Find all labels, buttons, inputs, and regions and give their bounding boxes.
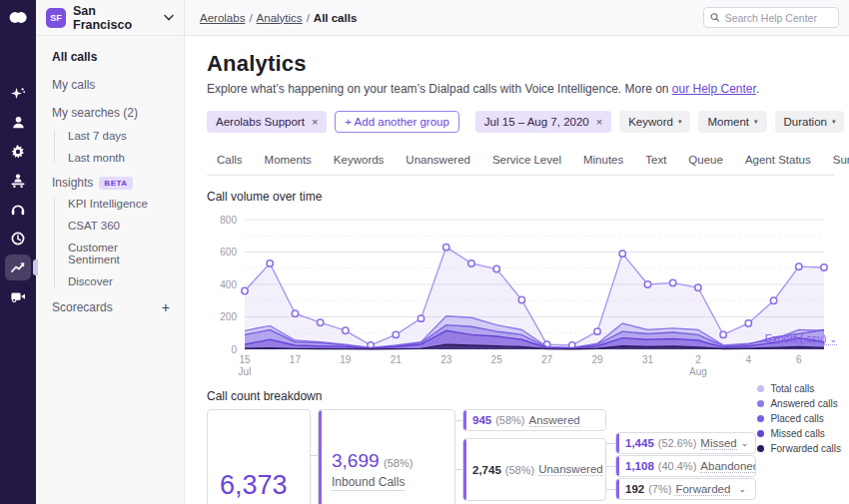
page-subtitle: Explore what’s happening on your team’s … bbox=[207, 82, 834, 96]
tab-surveys[interactable]: Surveys bbox=[823, 148, 849, 176]
svg-text:17: 17 bbox=[290, 354, 302, 365]
page-content: Analytics Explore what’s happening on yo… bbox=[185, 36, 849, 504]
workspace-name: San Francisco bbox=[73, 4, 157, 32]
svg-text:800: 800 bbox=[220, 215, 237, 226]
answered-label[interactable]: Answered bbox=[529, 414, 580, 427]
sidebar-item-my-calls[interactable]: My calls bbox=[52, 78, 170, 92]
tab-service-level[interactable]: Service Level bbox=[482, 148, 571, 176]
settings-gear-icon[interactable] bbox=[5, 139, 31, 165]
main-area: Aerolabs/Analytics/All calls Analytics E… bbox=[185, 0, 849, 504]
beta-badge: BETA bbox=[99, 177, 132, 190]
legend-missed-calls: Missed calls bbox=[757, 428, 841, 439]
tab-unanswered[interactable]: Unanswered bbox=[396, 148, 480, 176]
report-tabs: Calls Moments Keywords Unanswered Servic… bbox=[207, 148, 834, 176]
forwarded-calls-dot bbox=[757, 445, 764, 452]
breadcrumb-aerolabs[interactable]: Aerolabs bbox=[200, 12, 245, 24]
forwarded-label[interactable]: Forwarded bbox=[675, 483, 730, 496]
svg-text:600: 600 bbox=[220, 247, 237, 257]
missed-value: 1,445 bbox=[625, 437, 654, 449]
sidebar-item-scorecards[interactable]: Scorecards bbox=[52, 300, 162, 314]
sidebar-item-all-calls[interactable]: All calls bbox=[52, 50, 170, 64]
coaching-icon[interactable] bbox=[5, 168, 31, 194]
sidebar-item-csat-360[interactable]: CSAT 360 bbox=[68, 220, 170, 232]
moment-filter[interactable]: Moment▾ bbox=[698, 111, 766, 133]
search-input[interactable] bbox=[725, 12, 832, 24]
dialpad-logo-icon[interactable] bbox=[7, 10, 29, 29]
svg-text:4: 4 bbox=[746, 354, 752, 365]
unanswered-calls-box[interactable]: 2,745 (58%) Unanswered bbox=[462, 438, 606, 501]
legend-placed-calls: Placed calls bbox=[757, 413, 841, 424]
filter-bar: Aerolabs Support× + Add another group Ju… bbox=[207, 111, 834, 133]
sidebar-item-my-searches[interactable]: My searches (2) bbox=[52, 106, 170, 120]
contacts-icon[interactable] bbox=[5, 110, 31, 136]
placed-calls-dot bbox=[757, 415, 764, 422]
add-scorecard-button[interactable]: + bbox=[162, 299, 170, 315]
tab-agent-status[interactable]: Agent Status bbox=[735, 148, 821, 176]
sidebar-item-insights[interactable]: Insights bbox=[52, 176, 93, 190]
breadcrumb: Aerolabs/Analytics/All calls bbox=[200, 12, 703, 24]
legend-total-calls: Total calls bbox=[757, 383, 841, 394]
group-filter-chip[interactable]: Aerolabs Support× bbox=[207, 111, 327, 133]
svg-text:15: 15 bbox=[239, 354, 251, 365]
tab-moments[interactable]: Moments bbox=[255, 148, 322, 176]
answered-calls-box[interactable]: 945 (58%) Answered bbox=[462, 409, 606, 431]
page-title: Analytics bbox=[207, 51, 834, 77]
missed-dropdown[interactable]: 1,445 (52.6%) Missed ⌄ bbox=[615, 432, 756, 454]
total-calls-dot bbox=[757, 385, 764, 392]
support-headset-icon[interactable] bbox=[5, 197, 31, 223]
breakdown-section-title: Call count breakdown bbox=[207, 389, 834, 403]
sidebar-item-last-7-days[interactable]: Last 7 days bbox=[68, 130, 170, 142]
inbound-calls-value: 3,699 bbox=[332, 450, 380, 471]
insights-group: KPI Intelligence CSAT 360 Customer Senti… bbox=[54, 198, 170, 287]
legend-forwarded-calls: Forwarded calls bbox=[757, 443, 841, 454]
abandoned-dropdown[interactable]: 1,108 (40.4%) Abandoned ⌄ bbox=[615, 455, 756, 477]
remove-date-icon[interactable]: × bbox=[596, 116, 602, 128]
inbound-calls-label[interactable]: Inbound Calls bbox=[332, 474, 405, 491]
help-search[interactable] bbox=[703, 7, 839, 28]
tab-keywords[interactable]: Keywords bbox=[324, 148, 395, 176]
tab-queue[interactable]: Queue bbox=[678, 148, 733, 176]
export-csv-link[interactable]: Export (.csv) ⌄ bbox=[765, 332, 837, 345]
search-icon bbox=[710, 12, 720, 23]
inbound-calls-box[interactable]: 3,699 (58%) Inbound Calls bbox=[318, 409, 455, 504]
analytics-trend-icon[interactable] bbox=[5, 254, 31, 280]
keyword-filter[interactable]: Keyword▾ bbox=[619, 111, 690, 133]
sidebar-item-kpi-intelligence[interactable]: KPI Intelligence bbox=[68, 198, 170, 210]
svg-text:23: 23 bbox=[440, 354, 452, 365]
tab-minutes[interactable]: Minutes bbox=[573, 148, 633, 176]
sidebar: SF San Francisco All calls My calls My s… bbox=[36, 0, 185, 504]
tab-text[interactable]: Text bbox=[635, 148, 676, 176]
missed-label[interactable]: Missed bbox=[700, 437, 736, 450]
tab-calls[interactable]: Calls bbox=[207, 148, 253, 176]
breadcrumb-analytics[interactable]: Analytics bbox=[257, 12, 303, 24]
svg-text:200: 200 bbox=[220, 311, 237, 322]
chevron-down-icon: ▾ bbox=[678, 118, 682, 126]
abandoned-label[interactable]: Abandoned bbox=[700, 460, 756, 473]
svg-text:19: 19 bbox=[340, 354, 352, 365]
workspace-avatar: SF bbox=[46, 8, 66, 28]
unanswered-value: 2,745 bbox=[472, 464, 501, 476]
date-range-chip[interactable]: Jul 15 – Aug 7, 2020× bbox=[475, 111, 611, 133]
abandoned-value: 1,108 bbox=[625, 460, 654, 472]
chevron-down-icon[interactable]: ⌄ bbox=[741, 438, 749, 448]
call-volume-chart[interactable]: 0200400600800151719212325272931246JulAug bbox=[207, 208, 834, 379]
forwarded-dropdown[interactable]: 192 (7%) Forwarded ⌄ bbox=[615, 478, 756, 500]
duration-filter[interactable]: Duration▾ bbox=[775, 111, 845, 133]
sidebar-item-customer-sentiment[interactable]: Customer Sentiment bbox=[68, 242, 170, 265]
ai-sparkles-icon[interactable] bbox=[5, 81, 31, 107]
chevron-down-icon[interactable]: ⌄ bbox=[738, 484, 746, 494]
answered-value: 945 bbox=[472, 414, 491, 426]
missed-calls-dot bbox=[757, 430, 764, 437]
help-center-link[interactable]: our Help Center bbox=[672, 82, 756, 96]
sidebar-item-last-month[interactable]: Last month bbox=[68, 152, 170, 164]
sidebar-item-discover[interactable]: Discover bbox=[68, 275, 170, 287]
total-calls-box[interactable]: 6,373 Total Calls bbox=[207, 409, 311, 504]
add-group-button[interactable]: + Add another group bbox=[335, 111, 459, 133]
meetings-camera-icon[interactable] bbox=[5, 283, 31, 309]
remove-group-icon[interactable]: × bbox=[312, 116, 318, 128]
unanswered-label[interactable]: Unanswered bbox=[538, 463, 603, 476]
chevron-down-icon: ▾ bbox=[754, 118, 758, 126]
workspace-switcher[interactable]: SF San Francisco bbox=[36, 0, 184, 36]
svg-text:25: 25 bbox=[491, 354, 503, 365]
history-clock-icon[interactable] bbox=[5, 226, 31, 252]
